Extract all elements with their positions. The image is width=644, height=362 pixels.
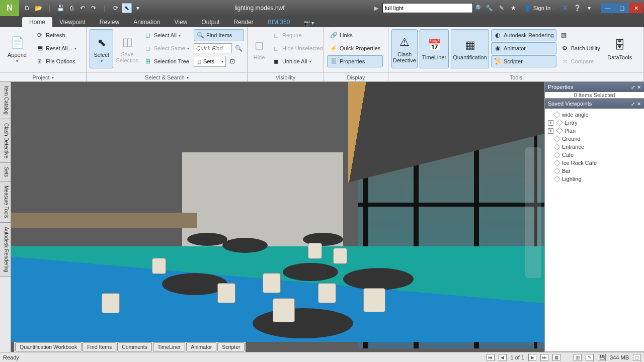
properties-button[interactable]: ☰Properties: [327, 55, 383, 67]
tab-bim360[interactable]: BIM 360: [261, 17, 297, 27]
pin-icon[interactable]: ✎: [497, 4, 506, 13]
tab-extras-icon[interactable]: 📷 ▾: [297, 19, 321, 27]
perf-icon[interactable]: ▥: [574, 354, 582, 361]
viewpoint-icon: [553, 143, 560, 150]
undo-icon[interactable]: ↶: [77, 3, 88, 13]
tab-animation[interactable]: Animation: [126, 17, 167, 27]
quantification-button[interactable]: ▦Quantification: [451, 29, 489, 68]
close-icon[interactable]: ✕: [637, 101, 641, 107]
ribbon-tabs: Home Viewpoint Review Animation View Out…: [0, 16, 644, 27]
viewport-3d[interactable]: Quantification Workbook Find Items Comme…: [11, 82, 544, 352]
close-icon[interactable]: ✕: [637, 84, 641, 90]
properties-header[interactable]: Properties ⤢✕: [545, 82, 644, 92]
viewpoint-icon: [553, 159, 560, 166]
binoculars-icon[interactable]: 🔎: [473, 4, 482, 13]
qat-dropdown-icon[interactable]: ▾: [133, 3, 143, 13]
pin-icon[interactable]: ⤢: [631, 101, 635, 107]
app-icon[interactable]: N: [0, 0, 19, 16]
new-icon[interactable]: 🗋: [22, 3, 32, 13]
select-button[interactable]: ⬉ Select ▾: [90, 29, 113, 68]
batch-utility-button[interactable]: ⚙Batch Utility: [558, 42, 603, 54]
viewpoint-item[interactable]: wide angle: [547, 111, 642, 119]
viewpoint-item[interactable]: Cafe: [547, 151, 642, 159]
viewpoint-item[interactable]: Ground: [547, 135, 642, 143]
selection-tree-button[interactable]: ⊞Selection Tree: [141, 55, 192, 67]
scripter-button[interactable]: 📜Scripter: [491, 55, 556, 67]
tab-render[interactable]: Render: [226, 17, 260, 27]
print-icon[interactable]: ⎙: [66, 3, 76, 13]
select-icon[interactable]: ⬉: [122, 3, 132, 13]
close-button[interactable]: ✕: [629, 3, 643, 13]
tab-review[interactable]: Review: [93, 17, 126, 27]
doctab-quantification[interactable]: Quantification Workbook: [15, 342, 82, 351]
maximize-button[interactable]: ▢: [615, 3, 629, 13]
doctab-comments[interactable]: Comments: [117, 342, 152, 351]
viewpoint-item[interactable]: Ice Rock Cafe: [547, 159, 642, 167]
side-tab-item-catalog[interactable]: Item Catalog: [0, 82, 11, 119]
sets-manage-button[interactable]: ⊡: [227, 55, 238, 67]
viewpoint-item[interactable]: Plan: [547, 127, 642, 135]
viewpoint-item[interactable]: Entry: [547, 119, 642, 127]
side-tab-measure-tools[interactable]: Measure Tools: [0, 182, 11, 223]
clash-detective-button[interactable]: ⚠Clash Detective: [391, 29, 418, 68]
unhide-icon: ◼: [272, 57, 280, 65]
doctab-animator[interactable]: Animator: [186, 342, 216, 351]
redo-icon[interactable]: ↷: [89, 3, 99, 13]
tab-view[interactable]: View: [168, 17, 195, 27]
search-input[interactable]: full light: [382, 3, 473, 13]
sets-dropdown[interactable]: ◫Sets▾: [194, 56, 226, 67]
exchange-icon[interactable]: Ⅹ: [560, 4, 570, 13]
animator-button[interactable]: ◉Animator: [491, 42, 556, 54]
side-tab-autodesk-rendering[interactable]: Autodesk Rendering: [0, 223, 11, 277]
links-button[interactable]: 🔗Links: [327, 29, 383, 41]
window-title: lighting modes.nwf: [145, 5, 374, 12]
saved-viewpoints-header[interactable]: Saved Viewpoints ⤢✕: [545, 99, 644, 109]
timeliner-button[interactable]: 📅TimeLiner: [420, 29, 449, 68]
refresh-button[interactable]: ⟳Refresh: [33, 29, 79, 41]
sheet-last-button[interactable]: ⏭: [540, 354, 548, 361]
unhide-all-button[interactable]: ◼Unhide All▾: [270, 55, 326, 67]
appearance-profiler-button[interactable]: ▧: [558, 29, 603, 41]
tab-viewpoint[interactable]: Viewpoint: [52, 17, 93, 27]
quick-find-go-button[interactable]: 🔍: [233, 42, 244, 54]
sheet-next-button[interactable]: ▶: [528, 354, 536, 361]
doctab-timeliner[interactable]: TimeLiner: [153, 342, 185, 351]
sheet-first-button[interactable]: ⏮: [487, 354, 495, 361]
tab-output[interactable]: Output: [194, 17, 226, 27]
animator-icon: ◉: [494, 44, 502, 52]
disk-icon[interactable]: 💾: [598, 354, 606, 361]
status-toggle-button[interactable]: ▢: [633, 354, 641, 361]
tab-home[interactable]: Home: [22, 17, 52, 27]
select-all-button[interactable]: ◻Select All▾: [141, 29, 192, 41]
reset-all-button[interactable]: ⬒Reset All...▾: [33, 42, 79, 54]
doctab-scripter[interactable]: Scripter: [217, 342, 245, 351]
open-icon[interactable]: 📂: [33, 3, 43, 13]
append-button[interactable]: 📄 Append ▾: [3, 29, 31, 68]
find-items-button[interactable]: 🔍Find Items: [194, 29, 244, 41]
viewpoint-item[interactable]: Lighting: [547, 175, 642, 183]
datatools-button[interactable]: 🗄DataTools: [605, 29, 635, 68]
key-icon[interactable]: 🔧: [485, 4, 494, 13]
side-tab-sets[interactable]: Sets: [0, 163, 11, 182]
viewpoint-item[interactable]: Entrance: [547, 143, 642, 151]
refresh-icon[interactable]: ⟳: [111, 3, 121, 13]
autodesk-rendering-button[interactable]: ◐Autodesk Rendering: [491, 29, 556, 41]
sheet-browser-button[interactable]: ▦: [552, 354, 560, 361]
navigation-bar[interactable]: [525, 147, 541, 278]
file-options-button[interactable]: 🗎File Options: [33, 55, 79, 67]
help-icon[interactable]: ❔: [573, 4, 582, 13]
search-play-icon[interactable]: ▶: [374, 5, 382, 12]
quick-find-input[interactable]: [194, 43, 232, 53]
star-icon[interactable]: ★: [509, 4, 518, 13]
save-icon[interactable]: 💾: [55, 3, 65, 13]
side-tab-clash-detective[interactable]: Clash Detective: [0, 119, 11, 163]
quick-properties-button[interactable]: ⚡Quick Properties: [327, 42, 383, 54]
doctab-find-items[interactable]: Find Items: [83, 342, 116, 351]
help-dropdown-icon[interactable]: ▾: [585, 4, 594, 13]
minimize-button[interactable]: —: [601, 3, 615, 13]
pencil-icon[interactable]: ✎: [586, 354, 594, 361]
sheet-prev-button[interactable]: ◀: [499, 354, 507, 361]
sign-in-button[interactable]: 👤Sign In▾: [521, 5, 557, 12]
pin-icon[interactable]: ⤢: [631, 84, 635, 90]
viewpoint-item[interactable]: Bar: [547, 167, 642, 175]
